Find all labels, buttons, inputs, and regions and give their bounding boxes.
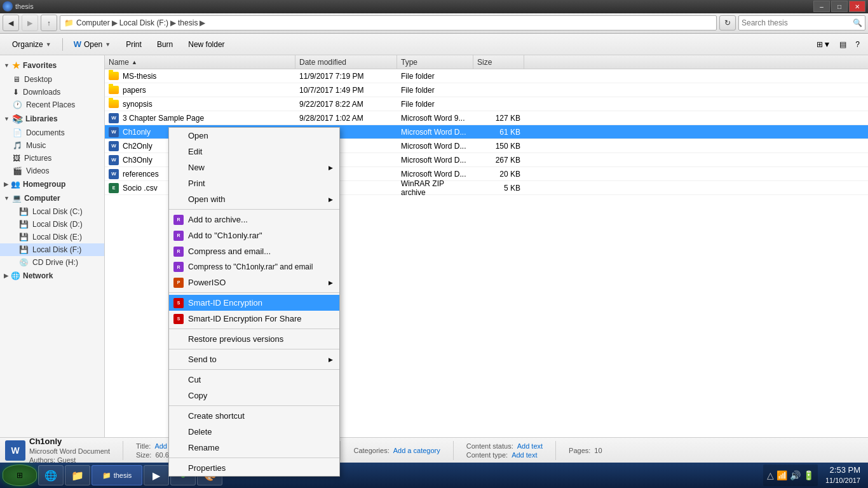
column-header-type[interactable]: Type (397, 55, 473, 69)
ctx-separator-7 (169, 458, 339, 458)
file-type: WinRAR ZIP archive (397, 179, 473, 197)
tray-volume-icon[interactable]: 🔊 (790, 470, 801, 480)
maximize-button[interactable]: □ (831, 1, 848, 12)
breadcrumb[interactable]: 📁 Computer ▶ Local Disk (F:) ▶ thesis ▶ (60, 15, 717, 30)
sidebar-section-computer[interactable]: ▼ 💻 Computer (0, 191, 104, 205)
local-disk-c-label: Local Disk (C:) (32, 207, 83, 216)
back-button[interactable]: ◀ (3, 15, 19, 31)
file-row-3-chapter[interactable]: W 3 Chapter Sample Page 9/28/2017 1:02 A… (105, 111, 868, 125)
clock[interactable]: 2:53 PM 11/10/2017 (820, 464, 865, 486)
sidebar-section-favorites[interactable]: ▼ ★ Favorites (0, 58, 104, 73)
open-arrow-icon: ▼ (105, 41, 111, 48)
sidebar-item-recent-places[interactable]: 🕐 Recent Places (0, 98, 104, 111)
ctx-cut[interactable]: Cut (169, 372, 339, 388)
sidebar-item-pictures[interactable]: 🖼 Pictures (0, 152, 104, 165)
sidebar-item-local-disk-e[interactable]: 💾 Local Disk (E:) (0, 231, 104, 243)
breadcrumb-part-3[interactable]: thesis (178, 18, 198, 27)
ctx-open[interactable]: Open (169, 128, 339, 144)
ctx-smartid-encryption[interactable]: S Smart-ID Encryption (169, 295, 339, 311)
preview-button[interactable]: ▤ (836, 37, 850, 52)
file-row-synopsis[interactable]: synopsis 9/22/2017 8:22 AM File folder (105, 97, 868, 111)
refresh-button[interactable]: ↻ (719, 15, 736, 30)
status-categories-value[interactable]: Add a category (393, 447, 440, 454)
ctx-copy[interactable]: Copy (169, 388, 339, 403)
ctx-compress-rar-email[interactable]: R Compress to "Ch1only.rar" and email (169, 259, 339, 274)
status-file-name: Ch1only (29, 437, 110, 446)
file-type: Microsoft Word D... (397, 128, 473, 137)
ctx-send-to[interactable]: Send to (169, 351, 339, 367)
breadcrumb-part-2[interactable]: Local Disk (F:) (119, 18, 168, 27)
help-button[interactable]: ? (852, 37, 863, 52)
ctx-rename[interactable]: Rename (169, 440, 339, 456)
ctx-create-shortcut[interactable]: Create shortcut (169, 408, 339, 424)
network-arrow-icon: ▶ (4, 273, 8, 279)
tray-battery-icon[interactable]: 🔋 (803, 470, 814, 480)
explorer-icon: 📁 (71, 470, 84, 482)
up-button[interactable]: ↑ (41, 15, 57, 31)
organize-button[interactable]: Organize ▼ (5, 36, 58, 53)
tray-up-arrow-icon[interactable]: △ (767, 470, 774, 480)
ctx-open-with[interactable]: Open with (169, 191, 339, 207)
ctx-restore-versions[interactable]: Restore previous versions (169, 331, 339, 347)
ctx-add-to-rar[interactable]: R Add to "Ch1only.rar" (169, 227, 339, 243)
ctx-print[interactable]: Print (169, 175, 339, 191)
ctx-new[interactable]: New (169, 159, 339, 175)
taskbar-explorer-button[interactable]: 📁 (65, 465, 90, 485)
ctx-smartid-share[interactable]: S Smart-ID Encryption For Share (169, 311, 339, 327)
sidebar-item-local-disk-d[interactable]: 💾 Local Disk (D:) (0, 218, 104, 231)
network-icon: 🌐 (11, 271, 20, 280)
sidebar-section-libraries[interactable]: ▼ 📚 Libraries (0, 111, 104, 126)
libraries-icon: 📚 (12, 114, 23, 124)
sidebar-section-network[interactable]: ▶ 🌐 Network (0, 269, 104, 283)
sidebar-item-documents[interactable]: 📄 Documents (0, 126, 104, 139)
folder-icon (109, 86, 119, 94)
taskbar-media-button[interactable]: ▶ (144, 465, 169, 485)
status-content-type-value[interactable]: Add text (512, 451, 537, 459)
file-row-papers[interactable]: papers 10/7/2017 1:49 PM File folder (105, 83, 868, 97)
close-button[interactable]: ✕ (849, 1, 865, 12)
computer-label: Computer (24, 194, 60, 203)
sidebar-item-videos[interactable]: 🎬 Videos (0, 165, 104, 177)
ctx-poweriso[interactable]: P PowerISO (169, 274, 339, 290)
start-icon: ⊞ (17, 471, 23, 480)
status-content-status-value[interactable]: Add text (517, 442, 543, 450)
burn-button[interactable]: Burn (150, 36, 180, 53)
documents-label: Documents (26, 128, 65, 137)
ctx-edit[interactable]: Edit (169, 144, 339, 159)
sidebar-item-downloads[interactable]: ⬇ Downloads (0, 86, 104, 98)
column-header-name[interactable]: Name ▲ (105, 55, 295, 69)
start-button[interactable]: ⊞ (3, 464, 37, 486)
sidebar-item-desktop[interactable]: 🖥 Desktop (0, 73, 104, 86)
breadcrumb-part-1[interactable]: Computer (76, 18, 110, 27)
ctx-delete[interactable]: Delete (169, 424, 339, 440)
taskbar-active-window-button[interactable]: 📁 thesis (92, 465, 142, 485)
minimize-button[interactable]: – (813, 1, 830, 12)
sidebar-item-local-disk-f[interactable]: 💾 Local Disk (F:) (0, 243, 104, 256)
new-folder-button[interactable]: New folder (181, 36, 231, 53)
ctx-separator-1 (169, 209, 339, 210)
taskbar-ie-button[interactable]: 🌐 (38, 465, 64, 485)
sidebar-section-homegroup[interactable]: ▶ 👥 Homegroup (0, 177, 104, 191)
file-row-ms-thesis[interactable]: MS-thesis 11/9/2017 7:19 PM File folder (105, 69, 868, 83)
print-button[interactable]: Print (119, 36, 149, 53)
ctx-properties[interactable]: Properties (169, 460, 339, 476)
search-input[interactable] (742, 18, 853, 27)
ctx-add-to-archive[interactable]: R Add to archive... (169, 212, 339, 227)
sidebar-item-cd-drive-h[interactable]: 💿 CD Drive (H:) (0, 256, 104, 269)
sidebar-item-local-disk-c[interactable]: 💾 Local Disk (C:) (0, 205, 104, 218)
column-header-date[interactable]: Date modified (295, 55, 397, 69)
rar-icon-1: R (173, 214, 184, 226)
open-button[interactable]: W Open ▼ (67, 36, 118, 53)
forward-button[interactable]: ▶ (22, 15, 38, 31)
file-type: Microsoft Word D... (397, 156, 473, 165)
ctx-compress-email[interactable]: R Compress and email... (169, 243, 339, 259)
view-options-button[interactable]: ⊞▼ (813, 37, 834, 52)
word-doc-icon: W (109, 113, 119, 123)
tray-network-icon[interactable]: 📶 (776, 470, 787, 480)
word-icon-small: W (74, 39, 81, 49)
column-header-size[interactable]: Size (473, 55, 524, 69)
file-name: Ch3Only (123, 156, 153, 165)
file-date: 9/22/2017 8:22 AM (295, 100, 397, 109)
sidebar-item-music[interactable]: 🎵 Music (0, 139, 104, 152)
ctx-separator-2 (169, 292, 339, 293)
